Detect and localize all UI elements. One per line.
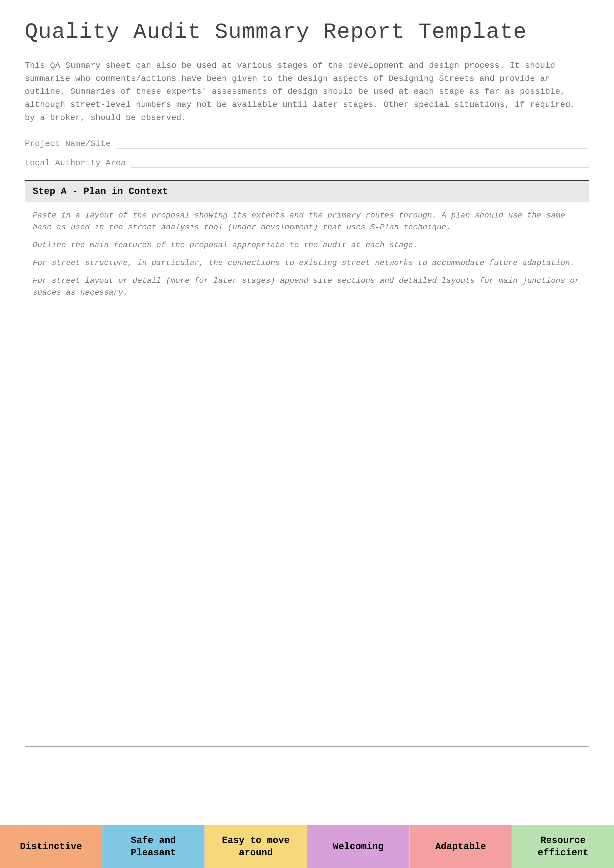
local-authority-field: Local Authority Area xyxy=(25,158,589,168)
step-a-instruction-4: For street layout or detail (more for la… xyxy=(33,275,581,299)
tab-safe-pleasant: Safe and Pleasant xyxy=(103,825,205,868)
project-name-line xyxy=(116,148,589,149)
footer-tabs: Distinctive Safe and Pleasant Easy to mo… xyxy=(0,825,614,868)
local-authority-label: Local Authority Area xyxy=(25,158,126,168)
tab-welcoming: Welcoming xyxy=(307,825,410,868)
step-a-content: Paste in a layout of the proposal showin… xyxy=(25,202,589,747)
step-a-instruction-3: For street structure, in particular, the… xyxy=(33,257,581,269)
project-name-field: Project Name/Site xyxy=(25,139,589,149)
tab-adaptable: Adaptable xyxy=(410,825,512,868)
step-a-instruction-2: Outline the main features of the proposa… xyxy=(33,239,581,251)
project-name-label: Project Name/Site xyxy=(25,139,111,149)
step-a-box: Step A - Plan in Context Paste in a layo… xyxy=(25,180,589,747)
tab-resource-efficient: Resource efficient xyxy=(512,825,614,868)
local-authority-line xyxy=(131,167,589,168)
intro-paragraph: This QA Summary sheet can also be used a… xyxy=(25,59,589,124)
tab-easy-to-move: Easy to move around xyxy=(205,825,307,868)
page-title: Quality Audit Summary Report Template xyxy=(25,20,589,44)
step-a-instruction-1: Paste in a layout of the proposal showin… xyxy=(33,209,581,233)
step-a-header: Step A - Plan in Context xyxy=(25,181,589,202)
tab-distinctive: Distinctive xyxy=(0,825,103,868)
